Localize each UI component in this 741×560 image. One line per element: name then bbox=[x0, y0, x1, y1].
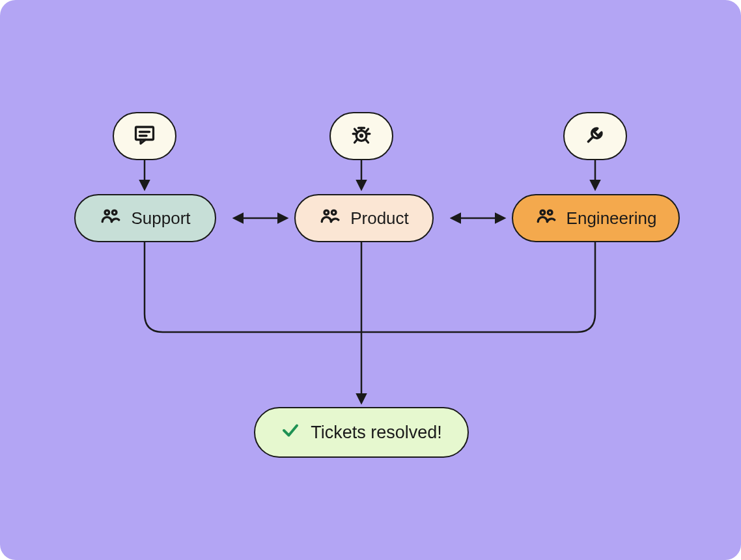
svg-point-11 bbox=[105, 210, 110, 215]
team-support: Support bbox=[74, 194, 216, 242]
team-support-label: Support bbox=[131, 208, 190, 229]
team-product: Product bbox=[294, 194, 434, 242]
diagram-canvas: Support Product Engineering bbox=[0, 0, 741, 560]
people-icon bbox=[100, 205, 122, 232]
bug-icon bbox=[350, 123, 373, 149]
people-icon bbox=[319, 205, 341, 232]
svg-rect-6 bbox=[136, 127, 154, 140]
support-badge bbox=[113, 112, 176, 160]
chat-icon bbox=[133, 123, 156, 149]
svg-point-13 bbox=[324, 210, 329, 215]
svg-point-12 bbox=[113, 210, 117, 215]
svg-point-10 bbox=[361, 135, 363, 137]
team-product-label: Product bbox=[350, 208, 409, 229]
team-engineering: Engineering bbox=[512, 194, 680, 242]
svg-point-15 bbox=[540, 210, 545, 215]
wrench-icon bbox=[583, 123, 607, 149]
check-icon bbox=[281, 421, 300, 445]
svg-point-14 bbox=[332, 210, 337, 215]
engineering-badge bbox=[563, 112, 627, 160]
result-pill: Tickets resolved! bbox=[254, 407, 469, 458]
people-icon bbox=[535, 205, 557, 232]
result-label: Tickets resolved! bbox=[311, 423, 442, 443]
connectors bbox=[0, 0, 741, 560]
product-badge bbox=[329, 112, 393, 160]
svg-point-16 bbox=[548, 210, 552, 215]
team-engineering-label: Engineering bbox=[566, 208, 657, 229]
